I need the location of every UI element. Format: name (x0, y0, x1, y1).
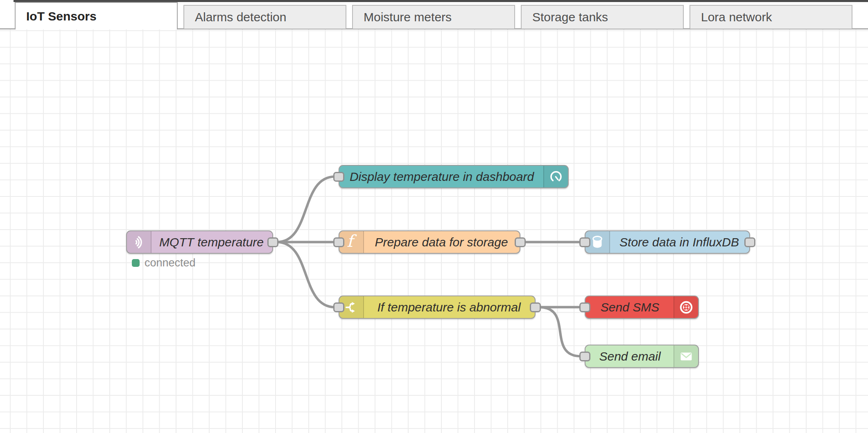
wire-switch-to-email[interactable] (539, 307, 581, 356)
input-port[interactable] (333, 172, 344, 182)
output-port[interactable] (515, 237, 526, 247)
node-label: MQTT temperature (151, 231, 272, 253)
node-store-data-in-influxdb[interactable]: Store data in InfluxDB (585, 230, 750, 254)
envelope-icon (674, 345, 698, 367)
tab-alarms-detection[interactable]: Alarms detection (183, 5, 346, 29)
gauge-icon (543, 166, 568, 187)
input-port[interactable] (333, 302, 344, 312)
node-label: Send email (585, 345, 674, 367)
input-port[interactable] (333, 237, 344, 247)
status-text: connected (145, 257, 196, 269)
node-label: If temperature is abnormal (363, 296, 535, 318)
flow-canvas[interactable]: MQTT temperatureconnectedDisplay tempera… (0, 29, 868, 433)
node-mqtt-temperature[interactable]: MQTT temperature (126, 230, 273, 254)
node-if-temperature-is-abnormal[interactable]: If temperature is abnormal (339, 295, 536, 319)
signal-icon (127, 231, 151, 253)
tab-label: Alarms detection (195, 10, 286, 24)
tab-label: IoT Sensors (26, 9, 97, 23)
node-status: connected (132, 257, 196, 269)
tab-label: Moisture meters (364, 10, 452, 24)
wire-mqtt-to-display[interactable] (277, 177, 335, 242)
node-label: Send SMS (585, 296, 674, 318)
output-port[interactable] (744, 237, 755, 247)
node-send-email[interactable]: Send email (585, 345, 699, 368)
node-display-temperature-in-dashboard[interactable]: Display temperature in dashboard (339, 165, 569, 188)
node-label: Prepare data for storage (363, 231, 520, 253)
output-port[interactable] (267, 237, 278, 247)
input-port[interactable] (579, 352, 590, 361)
node-label: Display temperature in dashboard (339, 166, 544, 187)
twilio-icon (674, 296, 698, 318)
node-send-sms[interactable]: Send SMS (585, 295, 699, 319)
tab-label: Storage tanks (532, 10, 608, 24)
tab-storage-tanks[interactable]: Storage tanks (521, 5, 684, 29)
status-dot (132, 259, 140, 267)
tab-lora-network[interactable]: Lora network (689, 5, 852, 29)
output-port[interactable] (530, 302, 541, 312)
node-prepare-data-for-storage[interactable]: fPrepare data for storage (339, 230, 520, 254)
tab-iot-sensors[interactable]: IoT Sensors (15, 2, 178, 29)
tab-label: Lora network (701, 10, 772, 24)
tab-moisture-meters[interactable]: Moisture meters (352, 5, 515, 29)
input-port[interactable] (579, 302, 590, 312)
wire-mqtt-to-switch[interactable] (277, 242, 335, 307)
node-label: Store data in InfluxDB (609, 231, 749, 253)
svg-text:f: f (347, 234, 357, 250)
input-port[interactable] (579, 237, 590, 247)
workspace-tab-bar: IoT SensorsAlarms detectionMoisture mete… (0, 0, 868, 29)
